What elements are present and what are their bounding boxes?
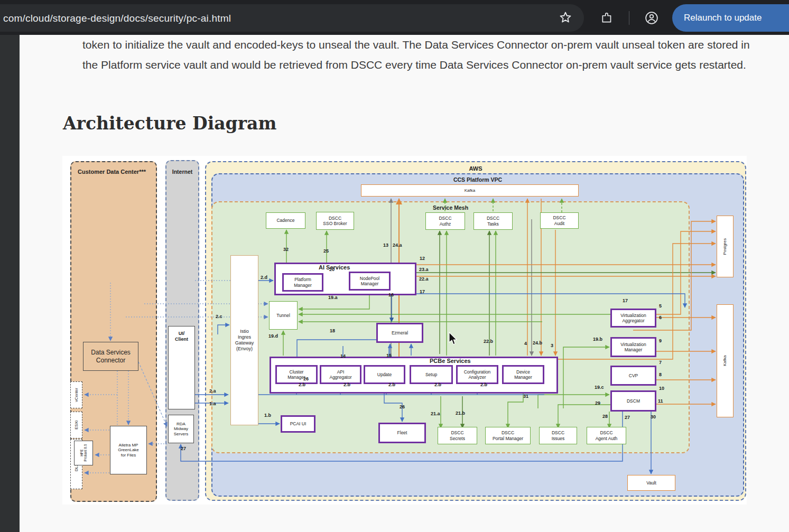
profile-icon[interactable] — [645, 11, 658, 25]
edge-label: 12 — [420, 256, 425, 261]
node-dscc-agent-auth: DSCC Agent Auth — [587, 427, 626, 444]
esxi-label: ESXi — [74, 421, 79, 430]
edge-label: 7 — [659, 360, 662, 365]
node-dscc-issues: DSCC Issues — [539, 427, 577, 444]
edge-label: 21.b — [456, 410, 465, 416]
vcenter-label: vCenter — [74, 388, 79, 402]
node-hpe-proliant: HPE Proliant 8.0 — [74, 441, 93, 465]
edge-label: 27 — [181, 446, 186, 451]
edge-label: 11 — [658, 398, 663, 404]
node-dscc-audit: DSCC Audit — [540, 212, 579, 229]
node-pcai-ui: PCAI UI — [281, 415, 315, 433]
side-panel-strip — [0, 35, 20, 532]
edge-label: 21.a — [431, 411, 440, 416]
edge-label: 19.b — [593, 337, 602, 342]
edge-label: 17 — [420, 289, 425, 294]
architecture-diagram: Customer Data Center*** Internet AWS CCS… — [62, 156, 747, 505]
node-nodepool-manager: NodePool Manager — [349, 272, 391, 291]
node-device-manager: Device Manager — [502, 365, 544, 384]
mouse-cursor — [448, 332, 460, 346]
extensions-icon[interactable] — [600, 11, 614, 24]
edge-label: 3 — [551, 343, 553, 348]
address-bar[interactable]: com/cloud/storage-design/docs/security/p… — [0, 4, 584, 32]
relaunch-to-update-button[interactable]: Relaunch to update — [672, 4, 789, 32]
node-dscc-tasks: DSCC Tasks — [474, 212, 513, 230]
hpe-label: HPE Proliant 8.0 — [80, 444, 87, 462]
page-heading: Architecture Diagram — [63, 113, 276, 134]
node-setup: Setup — [410, 365, 453, 384]
node-esxi: ESXi — [70, 412, 82, 438]
edge-label: 2.b — [480, 382, 487, 387]
edge-label: 5 — [659, 303, 662, 309]
edge-label: 19.c — [595, 385, 604, 390]
edge-label: 18 — [330, 328, 335, 333]
node-ezmeral: Ezmeral — [376, 323, 423, 343]
node-istio-ingress-gateway: Istio Ingres Gateway (Envoy) — [230, 255, 258, 425]
node-rda-midway-servers: RDA Midway Servers — [168, 415, 194, 443]
edge-label: 22.a — [419, 276, 429, 282]
edge-label: 10 — [659, 386, 664, 391]
node-vcenter: vCenter — [70, 381, 82, 408]
edge-label: 2.b — [434, 382, 441, 387]
pcbe-services-title: PCBe Services — [430, 358, 471, 364]
edge-label: 13 — [383, 242, 388, 248]
node-cvp: CVP — [610, 366, 656, 386]
edge-label: 2.b — [299, 382, 305, 387]
node-data-services-connector: Data Services Connector — [83, 342, 138, 371]
node-platform-manager: Platform Manager — [282, 273, 323, 292]
edge-label: 26 — [303, 376, 309, 381]
url-text[interactable]: com/cloud/storage-design/docs/security/p… — [3, 13, 231, 24]
node-dscc-portal-manager: DSCC Portal Manager — [485, 427, 531, 444]
edge-label: 2.d — [261, 275, 267, 280]
postgres-label: Postgres — [722, 238, 728, 255]
edge-label: 32 — [283, 247, 289, 252]
node-kafka-top: Kafka — [361, 184, 579, 197]
body-paragraph: token to initialize the vault and encode… — [82, 35, 758, 75]
browser-window: com/cloud/storage-design/docs/security/p… — [0, 0, 789, 532]
node-dscc-authz: DSCC Authz — [425, 212, 465, 230]
edge-label: 19.a — [328, 295, 338, 300]
edge-label: 9 — [659, 338, 662, 343]
edge-label: 8 — [659, 372, 662, 377]
edge-label: 14 — [340, 353, 346, 359]
edge-label: 26 — [400, 404, 405, 409]
toolbar-separator — [629, 11, 629, 25]
node-vault: Vault — [627, 475, 675, 491]
node-api-aggregator: API Aggregator — [320, 365, 361, 384]
edge-label: 23.a — [419, 267, 429, 272]
node-dscc-sso-broker: DSCC SSO Broker — [316, 212, 354, 230]
edge-label: 25 — [323, 248, 329, 254]
node-cluster-manager: Cluster Manager — [275, 365, 318, 384]
edge-label: 28 — [602, 414, 608, 419]
edge-label: 1.b — [264, 413, 271, 418]
edge-label: 15 — [386, 353, 392, 358]
node-virtualization-manager: Virtualization Manager — [610, 337, 656, 357]
edge-label: 22.b — [484, 339, 493, 344]
node-dscm: DSCM — [610, 390, 656, 412]
relaunch-label: Relaunch to update — [684, 13, 762, 23]
edge-label: 29 — [595, 400, 600, 406]
edge-label: 2.c — [216, 314, 222, 319]
node-configuration-analyzer: Configuration Analyzer — [456, 365, 498, 384]
edge-label: 16 — [388, 292, 394, 297]
edge-label: 4 — [524, 341, 527, 346]
bookmark-star-icon[interactable] — [558, 10, 573, 26]
edge-label: 27 — [625, 415, 630, 420]
edge-label: 17 — [623, 298, 628, 303]
edge-label: 1.a — [209, 401, 216, 406]
edge-label: 20 — [329, 267, 335, 272]
node-fleet: Fleet — [378, 423, 426, 443]
node-kafka-vertical: Kafka — [717, 304, 734, 417]
kafka-label: Kafka — [722, 356, 728, 366]
edge-label: 2.b — [388, 382, 395, 387]
node-dscc-secrets: DSCC Secrets — [438, 427, 477, 444]
edge-label: 19.d — [268, 333, 278, 339]
edge-label: 2.a — [209, 388, 216, 394]
edge-label: 24.b — [533, 340, 542, 346]
node-tunnel: Tunnel — [269, 301, 298, 330]
node-alletra-mp: Alletra MP GreenLake for Files — [110, 426, 147, 474]
node-cadence: Cadence — [266, 212, 305, 229]
node-postgres: Postgres — [717, 216, 734, 277]
edge-label: 30 — [651, 414, 656, 419]
edge-label: 24.a — [393, 242, 402, 248]
